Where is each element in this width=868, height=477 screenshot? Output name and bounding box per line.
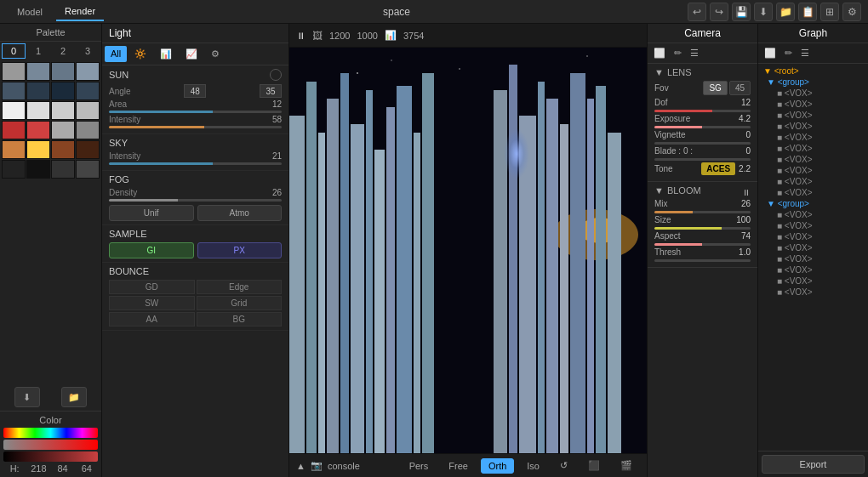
sun-toggle[interactable]	[270, 69, 282, 81]
bounce-sw[interactable]: SW	[109, 296, 195, 310]
copy-button[interactable]: 📋	[798, 3, 817, 21]
bloom-size-slider[interactable]	[654, 227, 751, 230]
tree-vox-1-1[interactable]: ■ <VOX>	[760, 220, 866, 231]
palette-color-1[interactable]	[26, 62, 50, 81]
sample-header[interactable]: SAMPLE	[109, 229, 282, 239]
light-tab-gear[interactable]: ⚙	[205, 46, 226, 62]
bloom-mix-slider[interactable]	[654, 211, 751, 213]
tree-vox-0-3[interactable]: ■ <VOX>	[760, 121, 866, 132]
palette-color-15[interactable]	[76, 121, 100, 139]
palette-color-8[interactable]	[2, 101, 26, 120]
palette-color-7[interactable]	[76, 82, 100, 100]
palette-color-14[interactable]	[51, 121, 75, 139]
footer-iso[interactable]: Iso	[519, 458, 547, 474]
pal-num-1[interactable]: 1	[26, 43, 50, 59]
palette-color-11[interactable]	[76, 101, 100, 120]
pal-num-2[interactable]: 2	[51, 43, 75, 59]
bounce-bg[interactable]: BG	[197, 312, 283, 327]
tab-model[interactable]: Model	[9, 3, 51, 20]
tree-vox-0-1[interactable]: ■ <VOX>	[760, 99, 866, 110]
footer-scene[interactable]: 🎬	[613, 457, 640, 474]
palette-download-btn[interactable]: ⬇	[14, 387, 40, 407]
palette-color-16[interactable]	[2, 140, 26, 159]
footer-pers[interactable]: Pers	[402, 458, 437, 474]
palette-color-12[interactable]	[2, 121, 26, 139]
palette-color-2[interactable]	[51, 62, 75, 81]
tree-vox-1-2[interactable]: ■ <VOX>	[760, 231, 866, 242]
light-tab-bar[interactable]: 📊	[154, 46, 178, 62]
palette-color-5[interactable]	[26, 82, 50, 100]
exposure-slider[interactable]	[654, 126, 751, 128]
aces-button[interactable]: ACES	[701, 162, 735, 175]
graph-tab-list[interactable]: ☰	[797, 46, 813, 60]
tree-vox-0-6[interactable]: ■ <VOX>	[760, 154, 866, 165]
sun-angle-val1[interactable]	[184, 84, 206, 98]
palette-color-13[interactable]	[26, 121, 50, 139]
sun-angle-val2[interactable]	[260, 84, 282, 98]
footer-orth[interactable]: Orth	[481, 458, 514, 474]
sun-header[interactable]: SUN	[109, 69, 282, 81]
tree-vox-0-7[interactable]: ■ <VOX>	[760, 165, 866, 176]
palette-color-3[interactable]	[76, 62, 100, 81]
download-button[interactable]: ⬇	[754, 3, 773, 21]
footer-cube[interactable]: ⬛	[580, 457, 608, 474]
pause-icon[interactable]: ⏸	[296, 31, 306, 41]
sky-header[interactable]: SKY	[109, 138, 282, 148]
palette-color-23[interactable]	[76, 160, 100, 179]
palette-color-0[interactable]	[2, 62, 26, 81]
sky-intensity-slider[interactable]	[109, 162, 282, 165]
fog-header[interactable]: FOG	[109, 174, 282, 185]
fog-density-slider[interactable]	[109, 199, 282, 202]
palette-color-19[interactable]	[76, 140, 100, 159]
sun-area-slider[interactable]	[109, 111, 282, 113]
bounce-header[interactable]: BOUNCE	[109, 266, 282, 276]
bounce-aa[interactable]: AA	[109, 312, 195, 327]
tree-vox-0-2[interactable]: ■ <VOX>	[760, 110, 866, 121]
tree-vox-1-0[interactable]: ■ <VOX>	[760, 209, 866, 220]
blade-slider[interactable]	[654, 158, 751, 161]
palette-color-17[interactable]	[26, 140, 50, 159]
palette-color-4[interactable]	[2, 82, 26, 100]
fog-unif-btn[interactable]: Unif	[109, 205, 194, 221]
palette-color-20[interactable]	[2, 160, 26, 179]
pal-num-0[interactable]: 0	[2, 43, 26, 59]
settings-button[interactable]: ⚙	[842, 3, 861, 21]
light-tab-all[interactable]: All	[105, 46, 127, 62]
tab-render[interactable]: Render	[56, 3, 104, 21]
palette-color-22[interactable]	[51, 160, 75, 179]
value-bar[interactable]	[3, 451, 98, 462]
tree-root[interactable]: ▼ <root>	[760, 65, 866, 77]
tree-vox-1-6[interactable]: ■ <VOX>	[760, 275, 866, 287]
tree-vox-1-4[interactable]: ■ <VOX>	[760, 253, 866, 264]
tree-vox-0-9[interactable]: ■ <VOX>	[760, 187, 866, 198]
pal-num-3[interactable]: 3	[76, 43, 100, 59]
tree-vox-1-3[interactable]: ■ <VOX>	[760, 242, 866, 253]
bounce-grid[interactable]: Grid	[197, 296, 283, 310]
palette-color-10[interactable]	[51, 101, 75, 120]
light-tab-scene[interactable]: 🔆	[128, 46, 152, 62]
palette-color-18[interactable]	[51, 140, 75, 159]
bloom-aspect-slider[interactable]	[654, 243, 751, 246]
cam-tab-pencil[interactable]: ✏	[671, 46, 685, 60]
save-button[interactable]: 💾	[732, 3, 751, 21]
tree-vox-0-8[interactable]: ■ <VOX>	[760, 176, 866, 187]
dof-slider[interactable]	[654, 110, 751, 112]
saturation-bar[interactable]	[3, 440, 98, 450]
palette-color-6[interactable]	[51, 82, 75, 100]
tree-vox-0-0[interactable]: ■ <VOX>	[760, 88, 866, 99]
palette-color-21[interactable]	[26, 160, 50, 179]
folder-button[interactable]: 📁	[776, 3, 795, 21]
cam-tab-list[interactable]: ☰	[687, 46, 702, 60]
fog-atmo-btn[interactable]: Atmo	[197, 205, 283, 221]
fov-45-btn[interactable]: 45	[729, 81, 751, 95]
graph-tab-pencil[interactable]: ✏	[781, 46, 796, 60]
sun-intensity-slider[interactable]	[109, 126, 282, 128]
fov-sg-btn[interactable]: SG	[703, 81, 727, 95]
bloom-pause-icon[interactable]: ⏸	[742, 188, 751, 197]
bounce-edge[interactable]: Edge	[197, 280, 283, 294]
undo-button[interactable]: ↩	[688, 3, 706, 21]
footer-free[interactable]: Free	[441, 458, 476, 474]
tree-group-1[interactable]: ▼ <group>	[760, 198, 866, 209]
palette-color-9[interactable]	[26, 101, 50, 120]
palette-folder-btn[interactable]: 📁	[61, 387, 87, 407]
